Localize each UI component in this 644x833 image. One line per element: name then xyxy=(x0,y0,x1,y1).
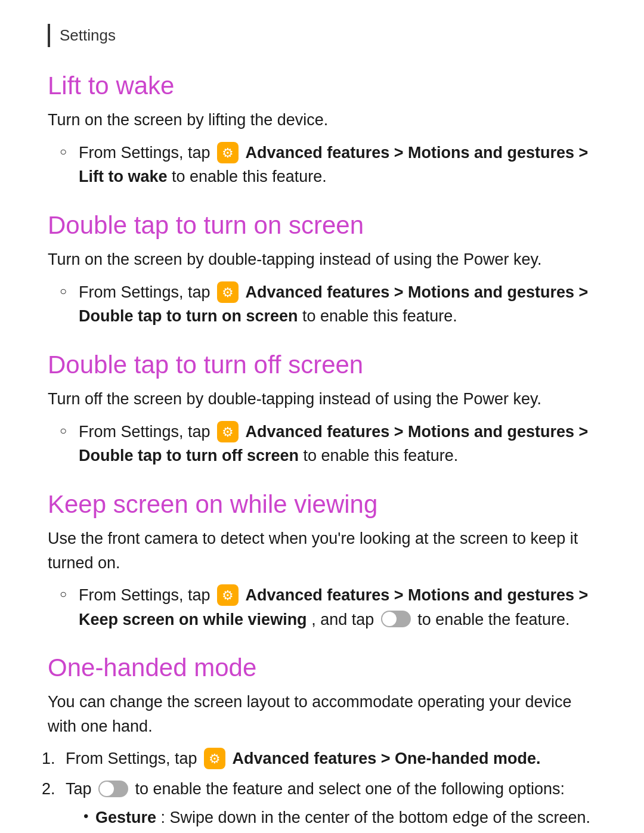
section-double-tap-on: Double tap to turn on screen Turn on the… xyxy=(48,210,596,329)
text-after: to enable this feature. xyxy=(302,307,457,325)
section-desc-lift-to-wake: Turn on the screen by lifting the device… xyxy=(48,108,596,132)
sub-bullet-list-one-handed: Gesture : Swipe down in the center of th… xyxy=(66,806,596,833)
ordered-list-one-handed-mode: From Settings, tap Advanced features > O… xyxy=(48,747,596,833)
bold-link: Advanced features > One-handed mode. xyxy=(233,750,541,767)
settings-icon xyxy=(217,584,239,606)
section-desc-double-tap-on: Turn on the screen by double-tapping ins… xyxy=(48,247,596,272)
page-header: Settings xyxy=(48,24,596,47)
text-tap: Tap xyxy=(66,780,96,798)
list-item: From Settings, tap Advanced features > M… xyxy=(60,583,596,631)
section-double-tap-off: Double tap to turn off screen Turn off t… xyxy=(48,350,596,468)
text-before: From Settings, tap xyxy=(79,423,215,441)
text-before: From Settings, tap xyxy=(79,144,215,162)
settings-icon xyxy=(217,281,239,303)
section-desc-double-tap-off: Turn off the screen by double-tapping in… xyxy=(48,387,596,411)
gesture-text: : Swipe down in the center of the bottom… xyxy=(161,809,590,826)
section-title-lift-to-wake: Lift to wake xyxy=(48,71,596,101)
bullet-list-double-tap-on: From Settings, tap Advanced features > M… xyxy=(48,280,596,329)
bullet-list-keep-screen-on: From Settings, tap Advanced features > M… xyxy=(48,583,596,631)
list-item: Gesture : Swipe down in the center of th… xyxy=(83,806,596,830)
section-title-double-tap-on: Double tap to turn on screen xyxy=(48,210,596,240)
toggle-icon xyxy=(381,611,411,627)
text-after: to enable this feature. xyxy=(304,447,459,465)
settings-icon xyxy=(217,142,239,163)
list-item: Tap to enable the feature and select one… xyxy=(60,777,596,833)
section-one-handed-mode: One-handed mode You can change the scree… xyxy=(48,653,596,833)
section-title-one-handed-mode: One-handed mode xyxy=(48,653,596,683)
list-item: From Settings, tap Advanced features > M… xyxy=(60,141,596,189)
section-lift-to-wake: Lift to wake Turn on the screen by lifti… xyxy=(48,71,596,189)
header-label: Settings xyxy=(60,26,116,44)
text-before: From Settings, tap xyxy=(79,586,215,604)
section-desc-keep-screen-on: Use the front camera to detect when you'… xyxy=(48,527,596,575)
section-desc-one-handed-mode: You can change the screen layout to acco… xyxy=(48,690,596,738)
text-middle: , and tap xyxy=(311,611,379,628)
gesture-label: Gesture xyxy=(95,809,156,826)
bullet-list-double-tap-off: From Settings, tap Advanced features > M… xyxy=(48,420,596,468)
text-after: to enable the feature and select one of … xyxy=(135,780,565,798)
section-title-double-tap-off: Double tap to turn off screen xyxy=(48,350,596,380)
text-after: to enable this feature. xyxy=(172,168,327,185)
text-final: to enable the feature. xyxy=(417,611,569,628)
list-item: From Settings, tap Advanced features > O… xyxy=(60,747,596,771)
section-keep-screen-on: Keep screen on while viewing Use the fro… xyxy=(48,490,596,631)
settings-icon xyxy=(217,421,239,442)
text-before: From Settings, tap xyxy=(66,750,202,767)
toggle-icon xyxy=(98,781,128,797)
section-title-keep-screen-on: Keep screen on while viewing xyxy=(48,490,596,519)
text-before: From Settings, tap xyxy=(79,283,215,301)
list-item: From Settings, tap Advanced features > M… xyxy=(60,280,596,329)
list-item: From Settings, tap Advanced features > M… xyxy=(60,420,596,468)
bullet-list-lift-to-wake: From Settings, tap Advanced features > M… xyxy=(48,141,596,189)
settings-icon xyxy=(204,748,225,769)
